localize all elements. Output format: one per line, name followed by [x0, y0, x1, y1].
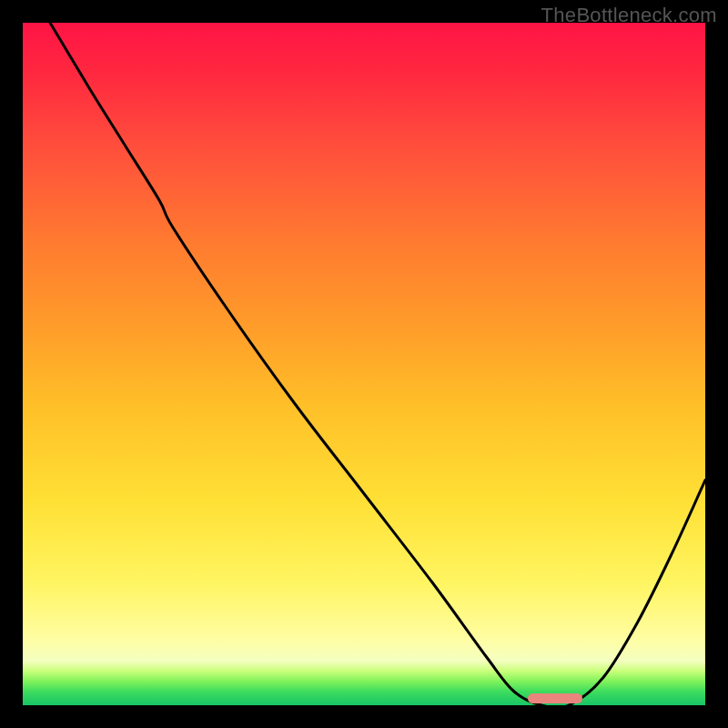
optimal-range-marker: [528, 693, 582, 703]
plot-area: [23, 23, 705, 705]
curve-layer: [23, 23, 705, 705]
chart-frame: TheBottleneck.com: [0, 0, 728, 728]
watermark-label: TheBottleneck.com: [541, 4, 717, 27]
bottleneck-curve: [50, 23, 705, 705]
